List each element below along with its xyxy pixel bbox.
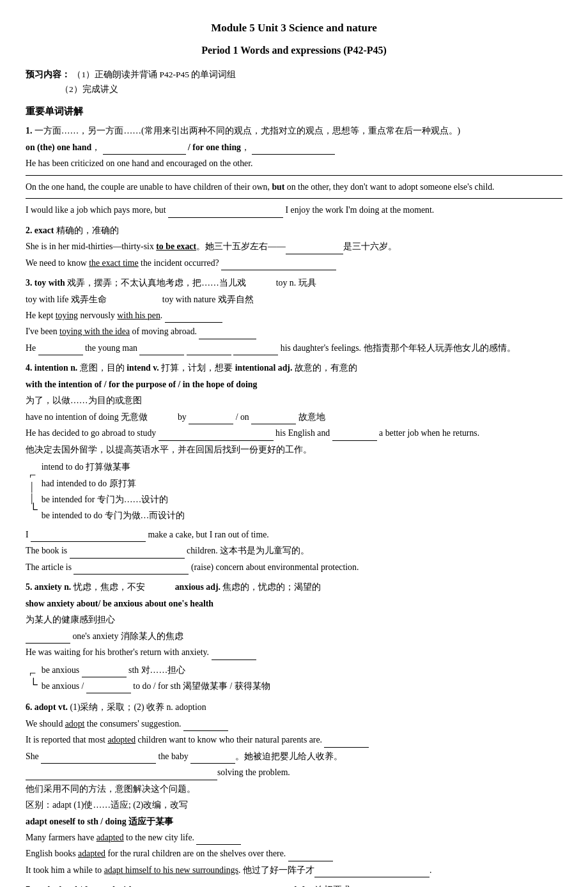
item4-phrase-cn: 为了，以做……为目的或意图 (26, 393, 562, 408)
item1-divider2 (26, 198, 562, 199)
preview-item2: （2）完成讲义 (60, 82, 118, 97)
item4-num: 4. intention n. (26, 363, 80, 373)
item6-ex4-cn: 他们采用不同的方法，意图解决这个问题。 (26, 782, 562, 796)
item3-fill2[interactable] (199, 329, 256, 339)
item4-intend3: be intended for 专门为……设计的 (42, 492, 185, 507)
item4-fill5[interactable] (31, 532, 146, 542)
item3-fill3a[interactable] (38, 345, 83, 355)
item3-ex3: He the young man his daughter's feelings… (26, 341, 562, 355)
page-title-sub: Period 1 Words and expressions (P42-P45) (26, 42, 562, 59)
item1-ex1: He has been criticized on one hand and e… (26, 156, 562, 171)
preview-item1: （1）正确朗读并背诵 P42-P45 的单词词组 (72, 70, 236, 79)
item1-ex3: I would like a job which pays more, but … (26, 203, 562, 217)
item3-note: toy n. 玩具 (276, 278, 316, 288)
item4-intend-list: intend to do 打算做某事 had intended to do 原打… (42, 459, 185, 525)
item2-fill2[interactable] (221, 260, 336, 270)
item3-ex2: I've been toying with the idea of moving… (26, 324, 562, 339)
bracket-bot-icon: └ (29, 504, 38, 515)
bracket5-bot: └ (29, 679, 38, 690)
item6-fill7[interactable] (288, 851, 333, 861)
item4-ex3: The book is children. 这本书是为儿童写的。 (26, 543, 562, 558)
item6-adapt-phrase: adapt oneself to sth / doing 适应于某事 (26, 814, 562, 829)
item4-fill4[interactable] (332, 431, 377, 441)
item6-ex3: She the baby 。她被迫把婴儿给人收养。 (26, 749, 562, 764)
item-3: 3. toy with 戏弄，摆弄；不太认真地考虑，把……当儿戏 toy n. … (26, 275, 562, 355)
section-header: 重要单词讲解 (26, 104, 562, 120)
item3-cn: 戏弄，摆弄；不太认真地考虑，把……当儿戏 (67, 278, 246, 288)
item1-connector: / for one thing (188, 143, 241, 152)
item4-bracket-group: ⌐ | | └ intend to do 打算做某事 had intended … (29, 459, 562, 525)
preview-section: 预习内容： （1）正确朗读并背诵 P42-P45 的单词词组 （2）完成讲义 (26, 68, 562, 97)
item5-fill3[interactable] (82, 667, 127, 677)
item1-divider1 (26, 175, 562, 176)
item3-num: 3. toy with (26, 278, 67, 288)
item1-fill2[interactable] (252, 144, 335, 155)
item6-fill6[interactable] (196, 835, 241, 845)
item3-fill3b[interactable] (139, 345, 184, 355)
preview-label: 预习内容： (26, 70, 70, 79)
item4-fill6[interactable] (70, 548, 185, 559)
item6-fill3[interactable] (41, 753, 156, 764)
item6-fill1[interactable] (183, 721, 228, 731)
item4-intend-cn: 打算，计划，想要 (161, 363, 235, 373)
item5-be-anxious2: be anxious / to do / for sth 渴望做某事 / 获得某… (42, 679, 270, 693)
item5-fill4[interactable] (86, 683, 131, 693)
item4-ex4: The article is (raise) concern about env… (26, 560, 562, 575)
item5-fill1[interactable] (26, 633, 70, 644)
item4-phrase-bold: with the intention of / for the purpose … (26, 377, 562, 392)
bracket5-top: ⌐ (29, 667, 38, 679)
item4-cn: 意图，目的 (80, 363, 127, 373)
item6-cn: (1)采纳，采取；(2) 收养 n. adoption (70, 702, 206, 712)
item5-bracket-group: ⌐ └ be anxious sth 对……担心 be anxious / to… (29, 663, 562, 695)
item3-fill1[interactable] (165, 312, 222, 323)
item5-anxious-list: be anxious sth 对……担心 be anxious / to do … (42, 663, 270, 695)
item6-fill4[interactable] (190, 753, 235, 764)
item5-ex1: He was waiting for his brother's return … (26, 645, 562, 659)
item1-fill3[interactable] (168, 208, 283, 218)
item-7: 7. push ahead / forward with push for 迫切… (26, 883, 562, 887)
item4-fill2[interactable] (251, 414, 296, 424)
item6-adapt-ex3: It took him a while to adapt himself to … (26, 863, 562, 877)
item3-fill3c[interactable] (187, 345, 231, 355)
item6-fill8[interactable] (314, 867, 429, 877)
item2-num: 2. exact (26, 226, 56, 235)
item4-fill1[interactable] (189, 414, 233, 424)
item3-ex1: He kept toying nervously with his pen. (26, 308, 562, 323)
item6-ex1: We should adopt the consumers' suggestio… (26, 716, 562, 731)
item5-num: 5. anxiety n. (26, 582, 74, 592)
item6-adapt-ex2: English books adapted for the rural chil… (26, 846, 562, 861)
item6-num: 6. adopt vt. (26, 702, 70, 712)
item6-adapt-ex1: Many farmers have adapted to the new cit… (26, 830, 562, 845)
item5-cn: 忧虑，焦虑，不安 (74, 582, 147, 592)
item6-adapt-note: 区别：adapt (1)使……适应; (2)改编，改写 (26, 798, 562, 812)
item4-ex2: I make a cake, but I ran out of time. (26, 527, 562, 542)
item4-ex1-cn: 他决定去国外留学，以提高英语水平，并在回国后找到一份更好的工作。 (26, 442, 562, 457)
item4-fill3[interactable] (159, 431, 274, 441)
item5-fill2[interactable] (212, 650, 256, 660)
item2-fill1[interactable] (286, 244, 343, 254)
bracket-mid-icon: | (31, 481, 38, 492)
item4-intend2: had intended to do 原打算 (42, 476, 185, 491)
item3-phrases: toy with life 戏弄生命 toy with nature 戏弄自然 (26, 292, 562, 307)
item5-phrase-bold: show anxiety about/ be anxious about one… (26, 596, 562, 611)
item1-fill1[interactable] (103, 144, 186, 155)
item2-ex1: She is in her mid-thirties—thirty-six to… (26, 239, 562, 254)
item4-ex1: He has decided to go abroad to study his… (26, 426, 562, 440)
item1-num: 1. (26, 126, 35, 135)
item5-phrase-cn: 为某人的健康感到担心 (26, 612, 562, 627)
item4-intentional: intentional adj. (235, 363, 295, 373)
item6-ex2: It is reported that most adopted childre… (26, 732, 562, 747)
item6-fill5[interactable] (26, 770, 217, 780)
item6-fill2[interactable] (324, 737, 369, 748)
item4-fill7[interactable] (74, 564, 189, 575)
item4-intentional-cn: 故意的，有意的 (295, 363, 357, 373)
item4-intend4: be intended to do 专门为做…而设计的 (42, 508, 185, 523)
bracket-mid-icon2: | (31, 492, 38, 504)
item3-fill3d[interactable] (233, 345, 278, 355)
item5-anxious: anxious adj. (175, 582, 223, 592)
item5-be-anxious1: be anxious sth 对……担心 (42, 663, 270, 677)
item1-ex2: On the one hand, the couple are unable t… (26, 180, 562, 194)
item4-intend1: intend to do 打算做某事 (42, 459, 185, 474)
item2-cn: 精确的，准确的 (56, 226, 119, 235)
item-4: 4. intention n. 意图，目的 intend v. 打算，计划，想要… (26, 360, 562, 575)
